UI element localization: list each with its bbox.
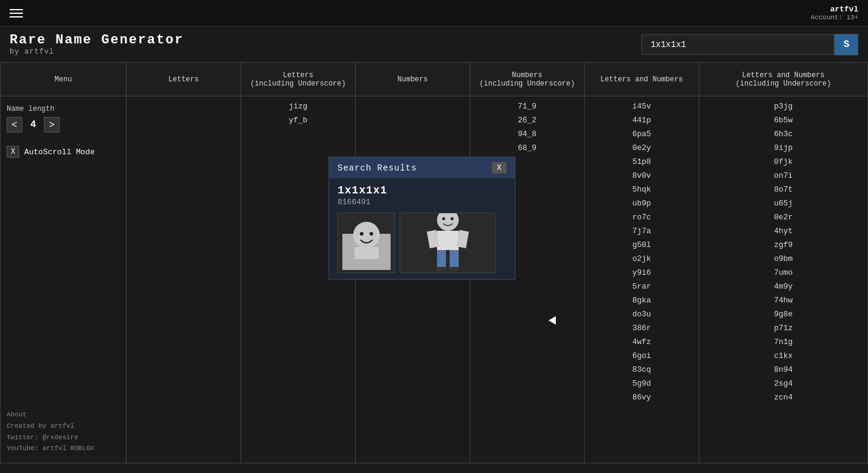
account-label: Account: 13+: [811, 14, 858, 21]
list-item[interactable]: 4wfz: [585, 336, 699, 348]
name-length-label: Name length: [7, 105, 120, 113]
modal-user-id: 8166491: [338, 198, 506, 207]
list-item[interactable]: 4m9y: [699, 280, 867, 293]
about-label: About: [7, 409, 120, 421]
name-length-section: Name length < 4 >: [7, 105, 120, 133]
list-item[interactable]: ro7c: [585, 211, 699, 224]
col-header-letters-numbers-underscore[interactable]: Letters and Numbers(including Underscore…: [699, 63, 868, 96]
list-item[interactable]: c1kx: [699, 349, 867, 362]
list-item[interactable]: o2jk: [585, 252, 699, 265]
list-item[interactable]: on7i: [699, 169, 867, 182]
list-item[interactable]: 94_8: [470, 128, 584, 140]
col-header-menu[interactable]: Menu: [0, 63, 127, 96]
list-item[interactable]: ub9p: [585, 197, 699, 210]
list-item[interactable]: 0e2r: [699, 211, 867, 224]
youtube-label: YouTube: artfvl ROBLOX: [7, 443, 120, 454]
search-button[interactable]: S: [834, 34, 858, 55]
list-item[interactable]: 8gka: [585, 294, 699, 307]
col-letters[interactable]: [127, 96, 241, 463]
avatar-fullbody-svg: [403, 213, 493, 273]
col-letters-numbers-underscore[interactable]: p3jg6b5w6h3c9ijp0fjkon7i8o7tu65j0e2r4hyt…: [699, 96, 868, 463]
sidebar-footer: About Created by artfvl Twitter: @rxdesi…: [7, 409, 120, 454]
created-label: Created by artfvl: [7, 421, 120, 432]
col-letters-numbers[interactable]: i45v441p6pa50e2y51p88v0v5hqkub9pro7c7j7a…: [585, 96, 699, 463]
title-bar: Rare Name Generator by artfvl S: [0, 27, 868, 62]
app-title: Rare Name Generator: [10, 33, 184, 48]
list-item[interactable]: 74hw: [699, 294, 867, 307]
top-bar: artfvl Account: 13+: [0, 0, 868, 27]
autoscroll-toggle[interactable]: X: [7, 146, 19, 158]
list-item[interactable]: p3jg: [699, 100, 867, 113]
svg-rect-14: [448, 267, 459, 272]
column-headers: Menu Letters Letters(including Underscor…: [0, 62, 868, 96]
list-item[interactable]: o9bm: [699, 252, 867, 265]
col-letters-underscore[interactable]: jizg yf_b: [241, 96, 356, 463]
list-item[interactable]: u65j: [699, 197, 867, 210]
list-item[interactable]: 9ijp: [699, 142, 867, 154]
list-item[interactable]: p71z: [699, 322, 867, 334]
list-item[interactable]: g50l: [585, 239, 699, 251]
list-item[interactable]: jizg: [241, 100, 355, 113]
list-item[interactable]: 0fjk: [699, 155, 867, 168]
stepper-left[interactable]: <: [7, 117, 22, 133]
username: artfvl: [811, 5, 858, 14]
list-item[interactable]: 68_9: [470, 142, 584, 154]
list-item[interactable]: 386r: [585, 322, 699, 334]
col-numbers-underscore[interactable]: 71_9 26_2 94_8 68_9: [470, 96, 585, 463]
list-item[interactable]: 26_2: [470, 114, 584, 127]
list-item[interactable]: 8n94: [699, 363, 867, 376]
svg-point-3: [370, 232, 373, 236]
stepper-right[interactable]: >: [44, 117, 60, 133]
list-item[interactable]: yf_b: [241, 114, 355, 127]
list-item[interactable]: 2sg4: [699, 377, 867, 390]
autoscroll-label: AutoScroll Mode: [24, 148, 95, 157]
col-header-numbers[interactable]: Numbers: [356, 63, 470, 96]
col-header-letters[interactable]: Letters: [127, 63, 241, 96]
col-header-numbers-underscore[interactable]: Numbers(including Underscore): [470, 63, 585, 96]
svg-point-7: [451, 218, 454, 221]
list-item[interactable]: 6b5w: [699, 114, 867, 127]
modal-title: Search Results: [338, 163, 417, 173]
list-item[interactable]: 8v0v: [585, 169, 699, 182]
list-item[interactable]: 4hyt: [699, 225, 867, 237]
list-item[interactable]: 83cq: [585, 363, 699, 376]
svg-point-6: [442, 218, 445, 221]
list-item[interactable]: 5hqk: [585, 183, 699, 196]
list-item[interactable]: i45v: [585, 100, 699, 113]
list-item[interactable]: 51p8: [585, 155, 699, 168]
search-input[interactable]: [641, 34, 834, 55]
sidebar: Name length < 4 > X AutoScroll Mode Abou…: [0, 96, 127, 463]
list-item[interactable]: 9g8e: [699, 308, 867, 321]
col-header-letters-underscore[interactable]: Letters(including Underscore): [241, 63, 356, 96]
list-item[interactable]: 7j7a: [585, 225, 699, 237]
list-item[interactable]: 8o7t: [699, 183, 867, 196]
svg-rect-4: [354, 247, 379, 259]
modal-close-button[interactable]: X: [492, 162, 506, 174]
list-item[interactable]: 5rar: [585, 280, 699, 293]
list-item[interactable]: 6h3c: [699, 128, 867, 140]
col-header-letters-numbers[interactable]: Letters and Numbers: [585, 63, 699, 96]
svg-point-5: [437, 213, 459, 231]
avatar-fullbody: [400, 213, 496, 273]
modal-username: 1x1x1x1: [338, 184, 506, 196]
list-item[interactable]: 7umo: [699, 266, 867, 279]
list-item[interactable]: zcn4: [699, 391, 867, 404]
list-item[interactable]: 86vy: [585, 391, 699, 404]
svg-rect-11: [437, 250, 446, 268]
list-item[interactable]: 6pa5: [585, 128, 699, 140]
list-item[interactable]: 6goi: [585, 349, 699, 362]
twitter-label: Twitter: @rxdesire: [7, 432, 120, 443]
list-item[interactable]: do3u: [585, 308, 699, 321]
stepper: < 4 >: [7, 117, 120, 133]
hamburger-menu[interactable]: [10, 9, 23, 17]
list-item[interactable]: 7n1g: [699, 336, 867, 348]
list-item[interactable]: 5g9d: [585, 377, 699, 390]
list-item[interactable]: 0e2y: [585, 142, 699, 154]
col-numbers[interactable]: [356, 96, 470, 463]
list-item[interactable]: y9i6: [585, 266, 699, 279]
search-results-modal: Search Results X 1x1x1x1 8166491: [329, 157, 515, 280]
list-item[interactable]: zgf9: [699, 239, 867, 251]
list-item[interactable]: 71_9: [470, 100, 584, 113]
modal-body: 1x1x1x1 8166491: [329, 178, 515, 279]
list-item[interactable]: 441p: [585, 114, 699, 127]
